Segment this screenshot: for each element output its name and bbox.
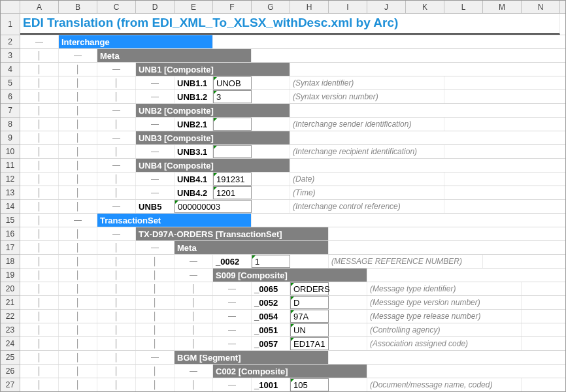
row-header[interactable]: 19 xyxy=(1,269,20,282)
row-header[interactable]: 26 xyxy=(1,365,20,378)
col-header[interactable]: F xyxy=(213,1,252,13)
row-header[interactable]: 3 xyxy=(1,49,20,63)
row-header[interactable]: 21 xyxy=(1,296,20,310)
tree-dash: — xyxy=(213,310,252,323)
row-header[interactable]: 12 xyxy=(1,172,20,186)
row-header[interactable]: 4 xyxy=(1,63,20,76)
row-header[interactable]: 10 xyxy=(1,145,20,159)
tree-dash: — xyxy=(136,241,175,254)
field-value[interactable]: ED17A1 xyxy=(290,337,329,350)
field-value[interactable]: UN xyxy=(290,323,329,336)
field-value[interactable] xyxy=(213,118,252,131)
tree-dash: — xyxy=(20,35,59,48)
row-header[interactable]: 16 xyxy=(1,227,20,241)
col-header[interactable]: A xyxy=(20,1,59,13)
col-header[interactable]: J xyxy=(367,1,406,13)
tree-pipe: │ xyxy=(20,186,59,199)
field-value[interactable] xyxy=(213,145,252,158)
row-header[interactable]: 8 xyxy=(1,118,20,131)
tree-dash: — xyxy=(136,76,175,90)
txorders-header: TX-D97A-ORDERS [TransactionSet] xyxy=(136,227,329,240)
field-label: UNB2.1 xyxy=(175,118,213,131)
tree-pipe: │ xyxy=(20,49,59,62)
row-header[interactable]: 15 xyxy=(1,214,20,227)
row-header[interactable]: 17 xyxy=(1,241,20,255)
field-label: UNB1.2 xyxy=(175,90,213,103)
tree-pipe: │ xyxy=(175,378,213,391)
tree-pipe: │ xyxy=(136,337,175,350)
tree-pipe: │ xyxy=(59,76,97,90)
col-header[interactable]: I xyxy=(329,1,367,13)
spacer xyxy=(252,118,290,131)
field-description: (Interchange control reference) xyxy=(290,200,444,213)
row-header[interactable]: 14 xyxy=(1,200,20,214)
tree-pipe: │ xyxy=(59,145,97,158)
col-header[interactable]: H xyxy=(290,1,329,13)
row-header[interactable]: 27 xyxy=(1,378,20,392)
col-header[interactable]: K xyxy=(406,1,444,13)
field-description: (MESSAGE REFERENCE NUMBER) xyxy=(329,255,483,268)
tree-pipe: │ xyxy=(136,365,175,378)
row-header[interactable]: 25 xyxy=(1,351,20,365)
field-description: (Association assigned code) xyxy=(367,337,522,350)
field-label: _0062 xyxy=(213,255,252,268)
row-header[interactable]: 20 xyxy=(1,282,20,296)
field-value[interactable]: 1201 xyxy=(213,186,252,199)
col-header[interactable]: N xyxy=(522,1,560,13)
field-value[interactable]: ORDERS xyxy=(290,282,329,295)
tree-pipe: │ xyxy=(59,337,97,350)
row-header[interactable]: 2 xyxy=(1,35,20,49)
row-header[interactable]: 22 xyxy=(1,310,20,323)
tree-pipe: │ xyxy=(20,90,59,103)
field-description: (Date) xyxy=(290,172,444,186)
field-value[interactable]: UNOB xyxy=(213,76,252,90)
tree-pipe: │ xyxy=(59,255,97,268)
tree-pipe: │ xyxy=(20,172,59,186)
field-value[interactable]: D xyxy=(290,296,329,309)
field-description: (Message type identifier) xyxy=(367,282,522,295)
tree-pipe: │ xyxy=(97,269,136,282)
field-value[interactable]: 3 xyxy=(213,90,252,103)
meta-header: Meta xyxy=(97,49,252,62)
tree-pipe: │ xyxy=(20,323,59,336)
tree-pipe: │ xyxy=(97,118,136,131)
cell-area[interactable]: EDI Translation (from EDI_XML_To_XLSX_wi… xyxy=(20,14,565,392)
tree-pipe: │ xyxy=(59,186,97,199)
col-header[interactable]: D xyxy=(136,1,175,13)
col-header[interactable]: B xyxy=(59,1,97,13)
field-value[interactable]: 000000003 xyxy=(175,200,252,213)
field-description: (Interchange sender identification) xyxy=(290,118,444,131)
col-header[interactable]: M xyxy=(483,1,522,13)
tree-dash: — xyxy=(97,131,136,144)
field-value[interactable]: 105 xyxy=(290,378,329,391)
row-header[interactable]: 9 xyxy=(1,131,20,145)
tree-pipe: │ xyxy=(20,63,59,76)
row-header[interactable]: 18 xyxy=(1,255,20,269)
tree-dash: — xyxy=(97,200,136,213)
c002-header: C002 [Composite] xyxy=(213,365,367,378)
tree-dash: — xyxy=(136,145,175,158)
row-header[interactable]: 13 xyxy=(1,186,20,200)
tree-pipe: │ xyxy=(59,296,97,309)
col-header[interactable]: E xyxy=(175,1,213,13)
field-value[interactable]: 1 xyxy=(252,255,290,268)
col-header[interactable]: G xyxy=(252,1,290,13)
tree-pipe: │ xyxy=(59,323,97,336)
row-header[interactable]: 11 xyxy=(1,159,20,172)
tree-pipe: │ xyxy=(97,337,136,350)
tree-pipe: │ xyxy=(136,323,175,336)
row-header[interactable]: 5 xyxy=(1,76,20,90)
col-header[interactable]: C xyxy=(97,1,136,13)
tree-dash: — xyxy=(213,323,252,336)
field-value[interactable]: 191231 xyxy=(213,172,252,186)
corner-cell[interactable] xyxy=(1,1,20,13)
row-header[interactable]: 6 xyxy=(1,90,20,104)
tree-pipe: │ xyxy=(97,351,136,364)
row-header[interactable]: 24 xyxy=(1,337,20,351)
row-header[interactable]: 23 xyxy=(1,323,20,337)
tree-dash: — xyxy=(213,378,252,391)
row-header[interactable]: 7 xyxy=(1,104,20,118)
row-header[interactable]: 1 xyxy=(1,14,20,35)
col-header[interactable]: L xyxy=(444,1,483,13)
field-value[interactable]: 97A xyxy=(290,310,329,323)
